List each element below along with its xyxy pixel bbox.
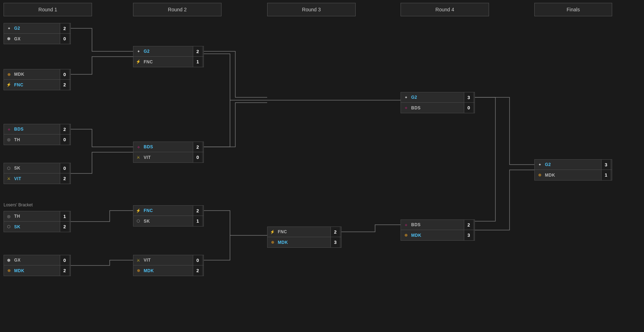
team-row-mdk-r3l1: ⊕ MDK 3: [267, 237, 341, 248]
g2-score-finals: 3: [601, 160, 610, 170]
g2-icon-finals: ✦: [536, 161, 543, 168]
team-row-g2-r2w1: ✦ G2 2: [133, 46, 204, 57]
round3-header: Round 3: [267, 3, 356, 16]
fnc-score-r2w1: 1: [193, 57, 202, 67]
g2-name-finals: G2: [545, 162, 601, 167]
bracket-wrapper: Round 1 Round 2 Round 3 Round 4 Finals ✦…: [0, 0, 637, 326]
team-row-bds-r2w2: ⟡ BDS 2: [133, 142, 204, 152]
team-row-bds-r3w1: ⟡ BDS 0: [401, 103, 475, 113]
team-row-vit-r1w4: ⚔ VIT 2: [4, 173, 71, 184]
team-row-mdk-r1l2: ⊕ MDK 2: [4, 265, 71, 276]
bds-name-r1w3: BDS: [14, 127, 60, 132]
team-row-g2-finals: ✦ G2 3: [534, 159, 612, 170]
match-r2w1: ✦ G2 2 ⚡ FNC 1: [133, 46, 204, 67]
vit-score-r1w4: 2: [60, 173, 69, 184]
bds-name-r4l1: BDS: [411, 222, 464, 227]
mdk-name-finals: MDK: [545, 173, 601, 178]
mdk-icon-r1w2: ⊕: [5, 71, 12, 78]
fnc-icon-r2w1: ⚡: [135, 58, 142, 65]
round2-header: Round 2: [133, 3, 222, 16]
fnc-icon-r3l1: ⚡: [269, 228, 276, 235]
mdk-score-finals: 1: [601, 170, 610, 180]
g2-score-r3w1: 3: [464, 92, 473, 102]
match-finals: ✦ G2 3 ⊕ MDK 1: [534, 159, 612, 181]
mdk-icon-finals: ⊕: [536, 172, 543, 179]
match-r3l1: ⚡ FNC 2 ⊕ MDK 3: [267, 227, 341, 248]
vit-name-r2l2: VIT: [144, 258, 193, 263]
gx-score-r1l2: 0: [60, 255, 69, 265]
team-row-th-r1w3: ◎ TH 0: [4, 134, 71, 145]
match-r2l2: ⚔ VIT 0 ⊕ MDK 2: [133, 255, 204, 276]
match-r1w4: ⬡ SK 0 ⚔ VIT 2: [4, 163, 71, 184]
bds-score-r3w1: 0: [464, 103, 473, 113]
team-row-bds-r1w3: ⟡ BDS 2: [4, 124, 71, 134]
sk-name-r2l1: SK: [144, 219, 193, 224]
g2-score-r2w1: 2: [193, 46, 202, 56]
fnc-score-r1w2: 2: [60, 80, 69, 90]
mdk-icon-r3l1: ⊕: [269, 239, 276, 246]
match-r1w2: ⊕ MDK 0 ⚡ FNC 2: [4, 69, 71, 90]
vit-icon-r2l2: ⚔: [135, 257, 142, 264]
bds-icon-r3w1: ⟡: [402, 104, 409, 111]
gx-name-r1w1: GX: [14, 36, 60, 41]
fnc-icon-r2l1: ⚡: [135, 207, 142, 214]
mdk-icon-r4l1: ⊕: [402, 232, 409, 239]
vit-score-r2w2: 0: [193, 152, 202, 162]
mdk-name-r1w2: MDK: [14, 72, 60, 77]
team-row-fnc-r1w2: ⚡ FNC 2: [4, 80, 71, 90]
bds-score-r4l1: 2: [464, 220, 473, 230]
g2-icon-r3w1: ✦: [402, 94, 409, 101]
match-r1w1: ✦ G2 2 ⬢ GX 0: [4, 23, 71, 44]
mdk-name-r1l2: MDK: [14, 268, 60, 273]
mdk-score-r1l2: 2: [60, 265, 69, 276]
mdk-icon-r2l2: ⊕: [135, 267, 142, 274]
team-row-g2-r3w1: ✦ G2 3: [401, 92, 475, 103]
bds-name-r3w1: BDS: [411, 105, 464, 110]
th-icon-r1w3: ◎: [5, 136, 12, 143]
g2-icon-r2w1: ✦: [135, 48, 142, 55]
team-row-mdk-r4l1: ⊕ MDK 3: [401, 230, 475, 241]
g2-icon-r1w1: ✦: [5, 25, 12, 32]
sk-icon-r1l1: ⬡: [5, 223, 12, 230]
team-row-sk-r1l1: ⬡ SK 2: [4, 222, 71, 232]
mdk-name-r2l2: MDK: [144, 268, 193, 273]
fnc-name-r3l1: FNC: [278, 229, 330, 234]
mdk-icon-r1l2: ⊕: [5, 267, 12, 274]
team-row-gx-r1l2: ⬢ GX 0: [4, 255, 71, 265]
vit-name-r2w2: VIT: [144, 155, 193, 160]
bds-icon-r1w3: ⟡: [5, 126, 12, 133]
losers-bracket-label: Losers' Bracket: [4, 202, 33, 207]
g2-name-r3w1: G2: [411, 95, 464, 100]
bds-score-r1w3: 2: [60, 124, 69, 134]
mdk-score-r4l1: 3: [464, 230, 473, 240]
team-row-fnc-r2w1: ⚡ FNC 1: [133, 57, 204, 67]
sk-name-r1w4: SK: [14, 166, 60, 171]
mdk-name-r4l1: MDK: [411, 233, 464, 238]
th-name-r1w3: TH: [14, 137, 60, 142]
fnc-name-r1w2: FNC: [14, 82, 60, 87]
mdk-score-r3l1: 3: [330, 237, 340, 247]
fnc-icon-r1w2: ⚡: [5, 81, 12, 88]
gx-score-r1w1: 0: [60, 34, 69, 44]
th-icon-r1l1: ◎: [5, 213, 12, 220]
team-row-bds-r4l1: ⟡ BDS 2: [401, 219, 475, 230]
match-r3w1: ✦ G2 3 ⟡ BDS 0: [401, 92, 475, 113]
match-r1w3: ⟡ BDS 2 ◎ TH 0: [4, 124, 71, 145]
finals-header: Finals: [534, 3, 612, 16]
sk-icon-r1w4: ⬡: [5, 165, 12, 172]
bds-icon-r4l1: ⟡: [402, 221, 409, 228]
round4-header: Round 4: [401, 3, 489, 16]
mdk-score-r1w2: 0: [60, 69, 69, 79]
sk-name-r1l1: SK: [14, 224, 60, 229]
mdk-name-r3l1: MDK: [278, 240, 330, 245]
fnc-name-r2l1: FNC: [144, 208, 193, 213]
fnc-name-r2w1: FNC: [144, 59, 193, 64]
th-score-r1l1: 1: [60, 211, 69, 221]
team-row-vit-r2w2: ⚔ VIT 0: [133, 152, 204, 163]
vit-icon-r1w4: ⚔: [5, 175, 12, 182]
team-row-g2-r1w1: ✦ G2 2: [4, 23, 71, 34]
gx-name-r1l2: GX: [14, 258, 60, 263]
team-row-mdk-finals: ⊕ MDK 1: [534, 170, 612, 181]
match-r4l1: ⟡ BDS 2 ⊕ MDK 3: [401, 219, 475, 241]
vit-name-r1w4: VIT: [14, 176, 60, 181]
